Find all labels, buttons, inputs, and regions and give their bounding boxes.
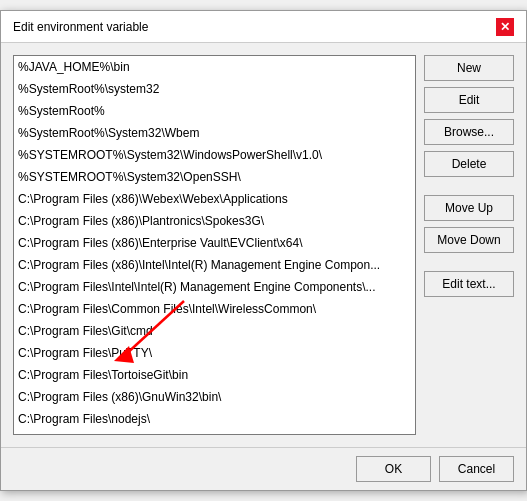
move-up-button[interactable]: Move Up: [424, 195, 514, 221]
dialog-title: Edit environment variable: [13, 20, 148, 34]
list-item[interactable]: %SYSTEMROOT%\System32\OpenSSH\: [14, 166, 415, 188]
list-item[interactable]: C:\Program Files\Common Files\Intel\Wire…: [14, 298, 415, 320]
edit-env-variable-dialog: Edit environment variable ✕ %JAVA_HOME%\…: [0, 10, 527, 491]
env-variable-list[interactable]: %JAVA_HOME%\bin%SystemRoot%\system32%Sys…: [13, 55, 416, 435]
browse-button[interactable]: Browse...: [424, 119, 514, 145]
list-item[interactable]: C:\Program Files (x86)\Enterprise Vault\…: [14, 232, 415, 254]
list-item[interactable]: C:\Program Files (x86)\Intel\Intel(R) Ma…: [14, 254, 415, 276]
list-item[interactable]: C:\Program Files\TortoiseGit\bin: [14, 364, 415, 386]
dialog-footer: OK Cancel: [1, 447, 526, 490]
new-button[interactable]: New: [424, 55, 514, 81]
list-item[interactable]: C:\Program Files\Intel\Intel(R) Manageme…: [14, 276, 415, 298]
buttons-panel: New Edit Browse... Delete Move Up Move D…: [424, 55, 514, 435]
edit-text-button[interactable]: Edit text...: [424, 271, 514, 297]
list-item[interactable]: %SYSTEMROOT%\System32\WindowsPowerShell\…: [14, 144, 415, 166]
list-item[interactable]: C:\Program Files\PuTTY\: [14, 342, 415, 364]
list-item[interactable]: C:\Program Files\nodejs\: [14, 408, 415, 430]
list-item[interactable]: %SystemRoot%\System32\Wbem: [14, 122, 415, 144]
cancel-button[interactable]: Cancel: [439, 456, 514, 482]
list-item[interactable]: C:\Program Files (x86)\Yarn\bin\: [14, 430, 415, 435]
dialog-content: %JAVA_HOME%\bin%SystemRoot%\system32%Sys…: [1, 43, 526, 447]
list-item[interactable]: %JAVA_HOME%\bin: [14, 56, 415, 78]
list-item[interactable]: C:\Program Files (x86)\Webex\Webex\Appli…: [14, 188, 415, 210]
list-item[interactable]: C:\Program Files (x86)\Plantronics\Spoke…: [14, 210, 415, 232]
move-down-button[interactable]: Move Down: [424, 227, 514, 253]
title-bar: Edit environment variable ✕: [1, 11, 526, 43]
list-item[interactable]: %SystemRoot%: [14, 100, 415, 122]
edit-button[interactable]: Edit: [424, 87, 514, 113]
list-item[interactable]: %SystemRoot%\system32: [14, 78, 415, 100]
list-item[interactable]: C:\Program Files\Git\cmd: [14, 320, 415, 342]
list-item[interactable]: C:\Program Files (x86)\GnuWin32\bin\: [14, 386, 415, 408]
close-button[interactable]: ✕: [496, 18, 514, 36]
delete-button[interactable]: Delete: [424, 151, 514, 177]
ok-button[interactable]: OK: [356, 456, 431, 482]
